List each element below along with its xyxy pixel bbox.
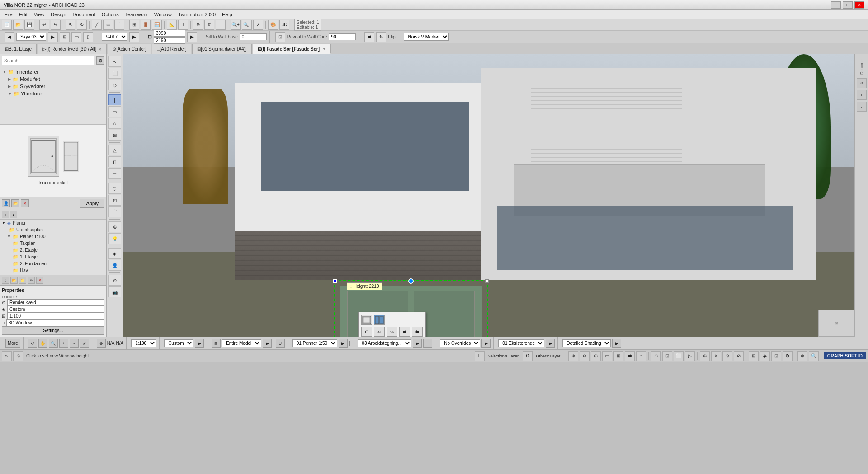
nav-add-btn[interactable]: + [2,211,9,218]
override-arrow-btn[interactable]: ▶ [481,339,491,348]
rotate-tool[interactable]: ↻ [77,20,87,30]
tab-action-center[interactable]: ⊙ [Action Center] [108,44,151,54]
layer-new-btn[interactable]: 📂 [10,277,18,284]
sb2-extra-9[interactable]: ✕ [711,351,721,361]
sb2-extra-12[interactable]: ⊞ [749,351,759,361]
sb2-extra-14[interactable]: ⊡ [771,351,781,361]
existing-arrow-btn[interactable]: ▶ [546,339,555,348]
menu-view[interactable]: View [31,11,47,18]
roof-btn[interactable]: ⌂ [108,118,121,129]
view-selector[interactable]: Skyv 03 [16,33,46,41]
open-btn[interactable]: 📂 [13,20,23,30]
penner-dropdown[interactable]: 01 Penner 1:50 [292,339,337,347]
layer-2fundament[interactable]: 📁 2. Fundament [0,260,106,267]
text-tool[interactable]: T [178,20,188,30]
model-dropdown[interactable]: Entire Model [222,339,261,347]
save-btn[interactable]: 💾 [24,20,34,30]
apply-button[interactable]: Apply [80,199,104,208]
layer-home-btn[interactable]: ⌂ [2,277,9,284]
doc-btn-2[interactable]: + [857,90,867,100]
popup-flip-v-btn[interactable]: ↪ [387,327,397,337]
figure-btn[interactable]: 👤 [108,260,121,271]
undo-btn[interactable]: ↩ [39,20,49,30]
wall-tool[interactable]: ⊞ [129,20,139,30]
sb2-toggle-4[interactable]: ▷ [685,351,695,361]
delete-icon-btn[interactable]: ✕ [21,199,29,207]
arc-tool[interactable]: ⌒ [114,20,124,30]
stair-btn[interactable]: △ [108,145,121,155]
override-dropdown[interactable]: No Overrides [440,339,480,347]
back-btn[interactable]: ↺ [28,339,37,348]
nav-up-btn[interactable]: ▲ [10,211,17,218]
new-btn[interactable]: 📄 [2,20,12,30]
shell-btn[interactable]: ⌒ [108,206,121,217]
custom-arrow-btn[interactable]: ▶ [195,339,204,348]
popup-rotate-r-btn[interactable]: ⇆ [412,327,423,337]
magic-wand-btn[interactable]: ◇ [108,80,121,90]
redo-btn[interactable]: ↪ [51,20,61,30]
menu-help[interactable]: Help [219,11,235,18]
reveal-icon-btn[interactable]: ⊡ [275,32,285,42]
doc-btn-1[interactable]: ⊙ [857,78,867,88]
fit-btn[interactable]: ⤢ [253,20,263,30]
layer-2etasje-1[interactable]: 📁 2. Etasje [0,247,106,253]
menu-options[interactable]: Options [99,11,122,18]
sb2-extra-7[interactable]: ↕ [636,351,646,361]
sill-input[interactable] [240,33,267,40]
tree-item-ytterdorer[interactable]: ▼ 📁 Ytterdører [1,90,105,97]
rect-tool[interactable]: ▭ [103,20,113,30]
layer-edit-btn[interactable]: ✏ [28,277,35,284]
mesh-btn[interactable]: ⊞ [108,130,121,141]
beam-btn[interactable]: ═ [108,168,121,179]
sb2-extra-2[interactable]: ⊖ [580,351,590,361]
custom-value[interactable]: Custom [7,306,104,313]
layer-takplan-1[interactable]: 📁 Takplan [0,240,106,247]
tree-item-modulfelt[interactable]: ▶ 📁 Modulfelt [1,75,105,83]
object-btn[interactable]: ⊕ [108,221,121,232]
lamp-btn[interactable]: 💡 [108,233,121,244]
ortho-btn[interactable]: ⊥ [216,20,226,30]
sb2-layer-btn[interactable]: L [475,351,485,361]
window-tool[interactable]: 🪟 [152,20,162,30]
search-input[interactable] [2,56,94,65]
line-tool[interactable]: ╱ [92,20,102,30]
layer-hav[interactable]: 📁 Hav [0,267,106,274]
reveal-input[interactable] [329,33,356,40]
sb2-other-btn[interactable]: O [523,351,533,361]
dim-x-input[interactable] [154,30,185,37]
camera-selector[interactable]: V-017 [102,33,127,41]
zoom-plus-btn[interactable]: + [59,339,68,348]
arbeid-arrow-btn[interactable]: ▶ [413,339,422,348]
zoom-out-btn[interactable]: 🔍- [242,20,252,30]
tab-a10-render[interactable]: □ [A10 Render] [152,44,191,54]
camera-btn[interactable]: 📷 [108,286,121,297]
more-label[interactable]: More [5,339,20,348]
sb2-extra-1[interactable]: ⊕ [568,351,578,361]
3d-btn[interactable]: 3D [279,20,289,30]
popup-double-btn[interactable] [374,315,385,325]
handle-tl[interactable] [333,279,337,283]
slab-btn[interactable]: ▭ [108,106,121,117]
viewport[interactable]: ↕ Height: 2210 ⚙ [123,54,868,337]
menu-design[interactable]: Design [48,11,69,18]
layer-planer-group[interactable]: ▼ ◈ Planer [0,220,106,226]
popup-single-btn[interactable] [361,315,372,325]
model-extra-btn[interactable]: U [276,339,285,348]
tree-item-skyvedorer[interactable]: ▶ 📁 Skyvedører [1,83,105,90]
snap-btn[interactable]: ⊕ [193,20,203,30]
render-value[interactable]: Render kveld [7,299,104,306]
grid-btn[interactable]: # [204,20,214,30]
column-btn[interactable]: ⊓ [108,156,121,167]
maximize-button[interactable]: □ [843,1,853,9]
measure-tool[interactable]: 📐 [167,20,177,30]
view-type-1[interactable]: ⊞ [60,32,70,42]
render-btn[interactable]: 🎨 [268,20,278,30]
sb2-toggle-1[interactable]: ⊙ [651,351,661,361]
sb2-extra-17[interactable]: 🔍 [809,351,819,361]
menu-twinmotion[interactable]: Twinmotion 2020 [175,11,218,18]
graphisoft-logo[interactable]: GRAPHISOFT ID [824,352,866,359]
zoom-btn[interactable]: 🔍 [49,339,58,348]
sb2-select-btn[interactable]: ↖ [2,351,12,361]
sb2-extra-13[interactable]: ◈ [760,351,770,361]
menu-teamwork[interactable]: Teamwork [123,11,151,18]
